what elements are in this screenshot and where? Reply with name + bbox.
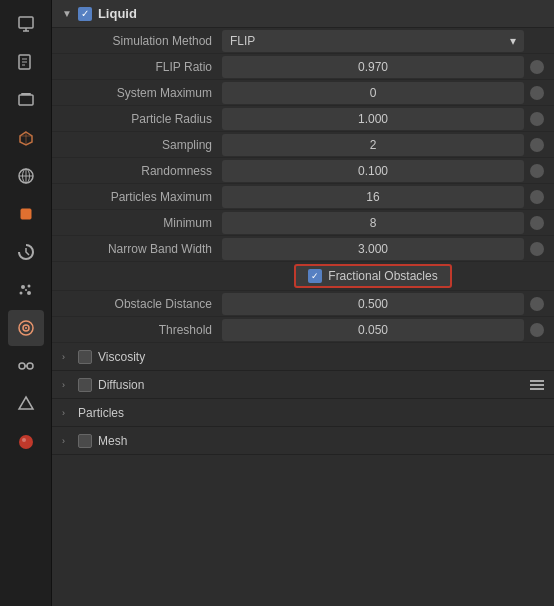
randomness-dot[interactable]: [530, 164, 544, 178]
simulation-method-label: Simulation Method: [62, 34, 222, 48]
svg-rect-0: [19, 17, 33, 28]
minimum-row: Minimum 8: [52, 210, 554, 236]
sampling-label: Sampling: [62, 138, 222, 152]
main-panel: ▼ ✓ Liquid Simulation Method FLIP ▾ FLIP…: [52, 0, 554, 606]
svg-rect-7: [19, 95, 33, 105]
sidebar: [0, 0, 52, 606]
viscosity-checkbox[interactable]: [78, 350, 92, 364]
threshold-input[interactable]: 0.050: [222, 319, 524, 341]
obstacle-distance-label: Obstacle Distance: [62, 297, 222, 311]
sidebar-item-constraints[interactable]: [8, 348, 44, 384]
simulation-method-row: Simulation Method FLIP ▾: [52, 28, 554, 54]
particle-radius-input[interactable]: 1.000: [222, 108, 524, 130]
sidebar-item-object[interactable]: [8, 196, 44, 232]
sidebar-item-material[interactable]: [8, 424, 44, 460]
particles-maximum-row: Particles Maximum 16: [52, 184, 554, 210]
panel-title: Liquid: [98, 6, 137, 21]
particles-section-header[interactable]: › Particles: [52, 399, 554, 427]
narrow-band-input[interactable]: 3.000: [222, 238, 524, 260]
randomness-label: Randomness: [62, 164, 222, 178]
system-maximum-row: System Maximum 0: [52, 80, 554, 106]
collapse-arrow-icon: ▼: [62, 8, 72, 19]
particle-radius-label: Particle Radius: [62, 112, 222, 126]
system-maximum-label: System Maximum: [62, 86, 222, 100]
diffusion-label: Diffusion: [98, 378, 144, 392]
diffusion-checkbox[interactable]: [78, 378, 92, 392]
sidebar-item-modifier[interactable]: [8, 234, 44, 270]
narrow-band-dot[interactable]: [530, 242, 544, 256]
sidebar-item-scene[interactable]: [8, 120, 44, 156]
flip-ratio-label: FLIP Ratio: [62, 60, 222, 74]
diffusion-list-icon[interactable]: [530, 380, 544, 390]
svg-point-15: [27, 285, 30, 288]
svg-rect-13: [21, 209, 31, 219]
flip-ratio-dot[interactable]: [530, 60, 544, 74]
particle-radius-row: Particle Radius 1.000: [52, 106, 554, 132]
minimum-input[interactable]: 8: [222, 212, 524, 234]
obstacle-distance-row: Obstacle Distance 0.500: [52, 291, 554, 317]
svg-rect-8: [21, 93, 31, 95]
sampling-input[interactable]: 2: [222, 134, 524, 156]
particles-maximum-input[interactable]: 16: [222, 186, 524, 208]
simulation-method-value: FLIP: [230, 34, 255, 48]
svg-point-26: [19, 435, 33, 449]
svg-point-14: [21, 285, 25, 289]
mesh-section-header[interactable]: › Mesh: [52, 427, 554, 455]
flip-ratio-input[interactable]: 0.970: [222, 56, 524, 78]
threshold-dot[interactable]: [530, 323, 544, 337]
sampling-dot[interactable]: [530, 138, 544, 152]
diffusion-expand-icon: ›: [62, 380, 72, 390]
sidebar-item-physics[interactable]: [8, 310, 44, 346]
sidebar-item-particles[interactable]: [8, 272, 44, 308]
sidebar-item-world[interactable]: [8, 158, 44, 194]
system-maximum-dot[interactable]: [530, 86, 544, 100]
system-maximum-input[interactable]: 0: [222, 82, 524, 104]
obstacle-distance-input[interactable]: 0.500: [222, 293, 524, 315]
threshold-label: Threshold: [62, 323, 222, 337]
sampling-row: Sampling 2: [52, 132, 554, 158]
svg-point-23: [27, 363, 33, 369]
particles-maximum-label: Particles Maximum: [62, 190, 222, 204]
fractional-obstacles-label: Fractional Obstacles: [328, 269, 437, 283]
sidebar-item-output[interactable]: [8, 44, 44, 80]
viscosity-expand-icon: ›: [62, 352, 72, 362]
particles-label: Particles: [78, 406, 124, 420]
minimum-label: Minimum: [62, 216, 222, 230]
randomness-input[interactable]: 0.100: [222, 160, 524, 182]
threshold-row: Threshold 0.050: [52, 317, 554, 343]
flip-ratio-row: FLIP Ratio 0.970: [52, 54, 554, 80]
viscosity-section-header[interactable]: › Viscosity: [52, 343, 554, 371]
svg-point-22: [19, 363, 25, 369]
fractional-obstacles-row: ✓ Fractional Obstacles: [52, 262, 554, 291]
svg-point-16: [19, 292, 22, 295]
svg-point-17: [27, 291, 31, 295]
particles-maximum-dot[interactable]: [530, 190, 544, 204]
minimum-dot[interactable]: [530, 216, 544, 230]
svg-point-21: [25, 327, 27, 329]
particles-expand-icon: ›: [62, 408, 72, 418]
svg-marker-25: [19, 397, 33, 409]
narrow-band-label: Narrow Band Width: [62, 242, 222, 256]
simulation-method-dropdown[interactable]: FLIP ▾: [222, 30, 524, 52]
liquid-enabled-checkbox[interactable]: ✓: [78, 7, 92, 21]
fractional-obstacles-checkbox[interactable]: ✓: [308, 269, 322, 283]
narrow-band-row: Narrow Band Width 3.000: [52, 236, 554, 262]
sidebar-item-viewlayer[interactable]: [8, 82, 44, 118]
viscosity-label: Viscosity: [98, 350, 145, 364]
dropdown-arrow-icon: ▾: [510, 34, 516, 48]
diffusion-section-header[interactable]: › Diffusion: [52, 371, 554, 399]
sidebar-item-objectdata[interactable]: [8, 386, 44, 422]
svg-point-18: [25, 289, 27, 291]
liquid-panel-header[interactable]: ▼ ✓ Liquid: [52, 0, 554, 28]
obstacle-distance-dot[interactable]: [530, 297, 544, 311]
sidebar-item-render[interactable]: [8, 6, 44, 42]
mesh-checkbox[interactable]: [78, 434, 92, 448]
svg-point-27: [22, 438, 26, 442]
mesh-label: Mesh: [98, 434, 127, 448]
randomness-row: Randomness 0.100: [52, 158, 554, 184]
particle-radius-dot[interactable]: [530, 112, 544, 126]
fractional-obstacles-toggle[interactable]: ✓ Fractional Obstacles: [294, 264, 451, 288]
mesh-expand-icon: ›: [62, 436, 72, 446]
